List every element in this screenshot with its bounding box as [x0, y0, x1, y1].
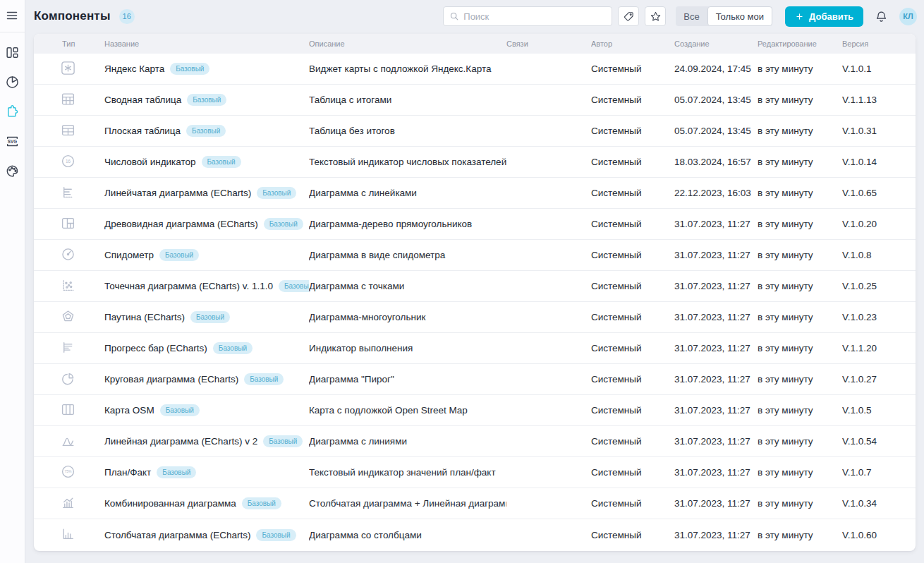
basic-badge: Базовый [213, 342, 253, 354]
component-created: 31.07.2023, 11:27 [674, 374, 758, 385]
component-version: V.1.0.54 [842, 436, 916, 447]
sidebar-item-pie-chart[interactable] [4, 73, 21, 90]
table-row[interactable]: Прогресс бар (ECharts) Базовый Индикатор… [34, 333, 916, 364]
table-row[interactable]: Яндекс Карта Базовый Виджет карты с подл… [34, 54, 916, 85]
column-header-type: Тип [34, 40, 104, 48]
table-row[interactable]: Комбинированная диаграмма Базовый Столбч… [34, 488, 916, 519]
table-row[interactable]: Спидометр Базовый Диаграмма в виде спидо… [34, 240, 916, 271]
component-name: Точечная диаграмма (ECharts) v. 1.1.0 [104, 281, 273, 291]
basic-badge: Базовый [279, 280, 309, 292]
column-header-description: Описание [309, 40, 506, 48]
sidebar-item-puzzle[interactable] [4, 103, 21, 120]
component-created: 31.07.2023, 11:27 [674, 436, 758, 447]
table-row[interactable]: Круговая диаграмма (ECharts) Базовый Диа… [34, 364, 916, 395]
component-name: Паутина (ECharts) [104, 312, 185, 322]
component-description: Диаграмма с точками [309, 281, 506, 291]
components-count-badge: 16 [119, 9, 135, 24]
component-description: Текстовый индикатор числовых показателей [309, 157, 506, 167]
search-input[interactable] [463, 11, 606, 22]
component-author: Системный [591, 312, 674, 322]
page-title: Компоненты [34, 9, 111, 23]
sidebar-item-palette[interactable] [4, 162, 21, 179]
filter-all-segment[interactable]: Все [676, 6, 707, 26]
component-author: Системный [591, 219, 674, 229]
add-button[interactable]: Добавить [785, 6, 863, 27]
table-row[interactable]: 16 Числовой индикатор Базовый Текстовый … [34, 147, 916, 178]
table-row[interactable]: Линейчатая диаграмма (ECharts) Базовый Д… [34, 178, 916, 209]
component-version: V.1.0.65 [842, 188, 916, 198]
asterisk-icon [61, 61, 75, 75]
component-version: V.1.0.23 [842, 312, 916, 322]
component-author: Системный [591, 250, 674, 260]
percent-icon: 75% [61, 464, 75, 479]
table-row[interactable]: Карта OSM Базовый Карта с подложкой Open… [34, 395, 916, 426]
table-row[interactable]: Столбчатая диаграмма (ECharts) Базовый Д… [34, 519, 916, 550]
component-created: 31.07.2023, 11:27 [674, 312, 758, 322]
component-description: Таблица с итогами [309, 95, 506, 105]
component-name: Столбчатая диаграмма (ECharts) [104, 530, 250, 540]
component-description: Диаграмма-многоугольник [309, 312, 506, 322]
component-created: 31.07.2023, 11:27 [674, 530, 758, 540]
svg-text:16: 16 [66, 158, 71, 163]
component-created: 31.07.2023, 11:27 [674, 343, 758, 353]
component-author: Системный [591, 498, 674, 509]
filter-mine-segment[interactable]: Только мои [707, 6, 772, 26]
flat-table-icon [61, 123, 75, 138]
component-created: 31.07.2023, 11:27 [674, 467, 758, 478]
svg-text:75%: 75% [64, 469, 72, 473]
component-version: V.1.0.60 [842, 530, 916, 540]
table-row[interactable]: Линейная диаграмма (ECharts) v 2 Базовый… [34, 426, 916, 457]
combo-icon [61, 495, 75, 510]
component-edited: в эту минуту [758, 219, 842, 229]
component-author: Системный [591, 188, 674, 198]
basic-badge: Базовый [186, 125, 226, 137]
notifications-button[interactable] [875, 10, 888, 23]
topbar: Компоненты 16 Все Только мои Добавить КЛ [25, 0, 924, 32]
component-author: Системный [591, 157, 674, 167]
component-edited: в эту минуту [758, 188, 842, 198]
table-row[interactable]: Сводная таблица Базовый Таблица с итогам… [34, 85, 916, 116]
avatar[interactable]: КЛ [899, 8, 917, 25]
treemap-icon [61, 216, 75, 231]
component-author: Системный [591, 343, 674, 353]
component-author: Системный [591, 95, 674, 105]
sidebar-item-svg[interactable]: SVG [4, 133, 21, 150]
component-created: 31.07.2023, 11:27 [674, 405, 758, 416]
basic-badge: Базовый [170, 63, 209, 75]
component-description: Диаграмма с линейками [309, 188, 506, 198]
component-created: 31.07.2023, 11:27 [674, 219, 758, 229]
component-author: Системный [591, 281, 674, 291]
component-author: Системный [591, 467, 674, 478]
table-row[interactable]: 75% План/Факт Базовый Текстовый индикато… [34, 457, 916, 488]
table-row[interactable]: Точечная диаграмма (ECharts) v. 1.1.0 Ба… [34, 271, 916, 302]
component-name: Комбинированная диаграмма [104, 498, 236, 509]
component-version: V.1.1.20 [842, 343, 916, 353]
component-author: Системный [591, 63, 674, 74]
table-row[interactable]: Древовидная диаграмма (ECharts) Базовый … [34, 209, 916, 240]
ownership-toggle: Все Только мои [676, 6, 772, 26]
column-header-author: Автор [591, 40, 674, 48]
component-edited: в эту минуту [758, 498, 842, 509]
column-header-version: Версия [842, 40, 916, 48]
app-root: SVG Компоненты 16 Все Только мои Добавит… [0, 0, 924, 563]
component-name: Круговая диаграмма (ECharts) [104, 374, 238, 385]
component-name: Спидометр [104, 250, 154, 260]
component-name: Древовидная диаграмма (ECharts) [104, 219, 258, 229]
component-version: V.1.0.34 [842, 498, 916, 509]
search-icon [449, 11, 459, 21]
line-icon [61, 433, 75, 448]
menu-toggle-button[interactable] [5, 8, 20, 24]
favorites-filter-button[interactable] [645, 6, 666, 26]
component-name: Линейная диаграмма (ECharts) v 2 [104, 436, 257, 447]
table-row[interactable]: Паутина (ECharts) Базовый Диаграмма-мног… [34, 302, 916, 333]
component-description: Столбчатая диаграмма + Линейная диаграмм… [309, 498, 506, 509]
tags-filter-button[interactable] [618, 6, 639, 26]
basic-badge: Базовый [159, 249, 199, 261]
component-description: Виджет карты с подложкой Яндекс.Карта [309, 63, 506, 74]
bell-icon [875, 10, 888, 23]
component-description: Диаграмма в виде спидометра [309, 250, 506, 260]
sidebar-item-dashboard[interactable] [4, 44, 21, 61]
basic-badge: Базовый [257, 187, 296, 199]
puzzle-icon [5, 104, 20, 119]
table-row[interactable]: Плоская таблица Базовый Таблица без итог… [34, 116, 916, 147]
